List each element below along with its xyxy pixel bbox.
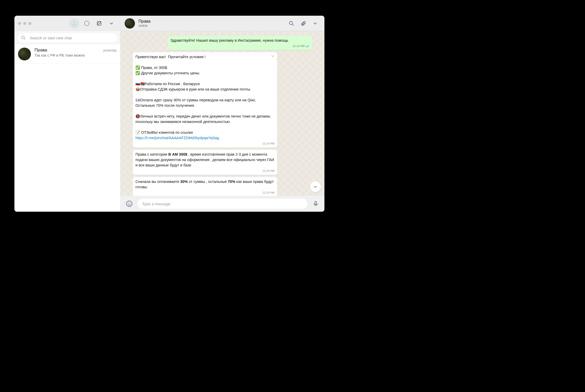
svg-point-4 — [289, 21, 293, 24]
svg-point-7 — [130, 203, 131, 204]
header-name: Права — [139, 19, 283, 24]
chat-menu-button[interactable] — [310, 18, 320, 29]
message-time: 12:14 PM — [262, 142, 274, 146]
chat-name: Права — [35, 48, 47, 53]
chat-list-item[interactable]: Права yesterday Так как с РФ и РБ тоже м… — [14, 44, 120, 64]
svg-rect-8 — [315, 201, 316, 204]
svg-point-5 — [126, 201, 132, 207]
close-window-button[interactable] — [18, 22, 21, 25]
messages-scroll[interactable]: Здравствуйте! Нашел вашу рекламу в Инста… — [121, 31, 324, 196]
chevron-down-icon — [313, 21, 318, 26]
header-info[interactable]: Права online — [139, 19, 283, 28]
message-text: Сначала вы оплачиваете 30% от суммы , ос… — [135, 179, 274, 195]
sidebar: Права yesterday Так как с РФ и РБ тоже м… — [14, 16, 121, 212]
svg-point-3 — [22, 36, 24, 39]
menu-button[interactable] — [106, 18, 117, 29]
compose-icon — [96, 21, 102, 26]
attach-button[interactable] — [298, 18, 308, 29]
chat-time: yesterday — [103, 49, 117, 52]
chat-list: Права yesterday Так как с РФ и РБ тоже м… — [14, 44, 120, 212]
message-time: 12:15 PM — [262, 169, 274, 173]
conversation-header: Права online — [121, 16, 324, 31]
message-text: Права с категории В АМ 300$ , время изго… — [135, 152, 274, 173]
message-time: 12:15 PM — [262, 191, 274, 195]
message-incoming[interactable]: Приветствую вас! Прочитайте условия ! ✅ … — [133, 52, 277, 148]
read-ticks-icon — [305, 45, 309, 48]
message-incoming[interactable]: Права с категории В АМ 300$ , время изго… — [133, 150, 277, 175]
search-icon — [21, 35, 26, 40]
composer — [121, 196, 324, 212]
conversation-panel: Права online Здравствуйте! Нашел вашу ре… — [121, 16, 324, 212]
avatar — [18, 48, 31, 60]
message-incoming[interactable]: Сначала вы оплачиваете 30% от суммы , ос… — [133, 177, 277, 196]
message-outgoing[interactable]: Здравствуйте! Нашел вашу рекламу в Инста… — [168, 36, 312, 50]
minimize-window-button[interactable] — [23, 22, 26, 25]
voice-button[interactable] — [311, 199, 321, 209]
emoji-button[interactable] — [124, 199, 134, 209]
message-input[interactable] — [137, 199, 307, 209]
new-chat-button[interactable] — [94, 18, 104, 29]
chevron-down-icon — [313, 184, 318, 189]
smiley-icon — [126, 200, 133, 207]
paperclip-icon — [300, 21, 306, 26]
header-status: online — [139, 24, 283, 28]
my-avatar[interactable] — [69, 18, 80, 29]
window-controls — [18, 22, 31, 25]
chevron-down-icon — [270, 54, 275, 58]
sidebar-toolbar — [14, 16, 120, 31]
scroll-to-bottom-button[interactable] — [310, 181, 321, 192]
message-time: 12:14 PM — [292, 44, 309, 48]
message-link[interactable]: https://t.me/joinchat/AAAAAFZDMd2bydpqaY… — [135, 136, 219, 140]
svg-point-0 — [73, 21, 75, 23]
search-container — [14, 31, 120, 44]
app-window: Права yesterday Так как с РФ и РБ тоже м… — [14, 16, 324, 212]
status-ring-icon — [84, 20, 90, 26]
svg-point-6 — [128, 203, 129, 204]
search-icon — [289, 21, 294, 26]
chat-preview: Так как с РФ и РБ тоже можно — [35, 53, 117, 57]
status-button[interactable] — [82, 18, 92, 29]
search-input[interactable] — [30, 36, 114, 40]
header-avatar[interactable] — [125, 18, 135, 29]
svg-point-1 — [84, 21, 89, 26]
search-in-chat-button[interactable] — [286, 18, 297, 29]
microphone-icon — [313, 201, 319, 207]
person-icon — [71, 20, 78, 26]
chevron-down-icon — [109, 21, 114, 26]
search-box[interactable] — [18, 33, 117, 42]
message-text: Здравствуйте! Нашел вашу рекламу в Инста… — [170, 38, 288, 42]
message-text: Приветствую вас! Прочитайте условия ! ✅ … — [135, 54, 274, 135]
message-menu-button[interactable] — [270, 54, 275, 58]
maximize-window-button[interactable] — [28, 22, 31, 25]
